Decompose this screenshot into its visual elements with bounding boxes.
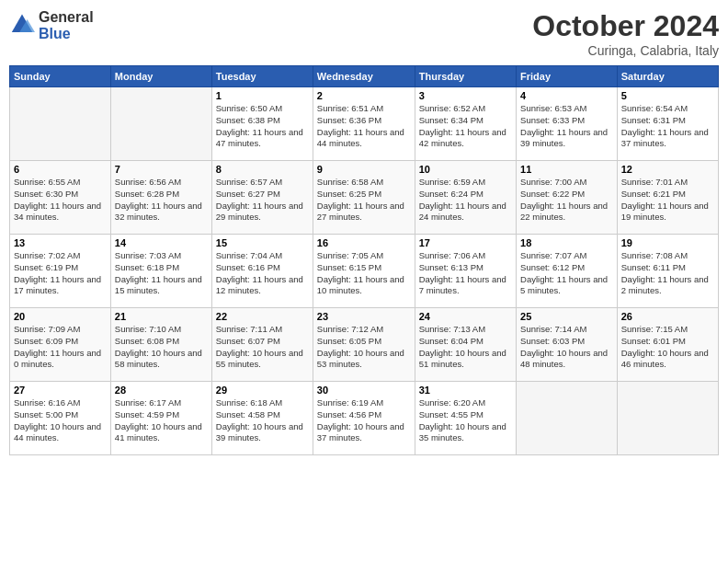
day-number: 18 — [520, 237, 613, 248]
calendar-cell: 8Sunrise: 6:57 AM Sunset: 6:27 PM Daylig… — [211, 161, 313, 235]
calendar-cell: 2Sunrise: 6:51 AM Sunset: 6:36 PM Daylig… — [313, 87, 415, 161]
calendar-cell: 11Sunrise: 7:00 AM Sunset: 6:22 PM Dayli… — [517, 161, 618, 235]
day-number: 13 — [14, 237, 107, 248]
logo-icon — [9, 13, 35, 39]
day-number: 22 — [216, 311, 309, 322]
day-detail: Sunrise: 7:02 AM Sunset: 6:19 PM Dayligh… — [14, 250, 107, 297]
day-detail: Sunrise: 6:57 AM Sunset: 6:27 PM Dayligh… — [216, 177, 309, 224]
day-number: 9 — [317, 164, 411, 175]
calendar-cell — [517, 382, 618, 455]
day-number: 24 — [419, 311, 512, 322]
calendar-cell: 14Sunrise: 7:03 AM Sunset: 6:18 PM Dayli… — [110, 235, 211, 308]
day-detail: Sunrise: 6:59 AM Sunset: 6:24 PM Dayligh… — [419, 177, 512, 224]
day-number: 2 — [317, 90, 411, 101]
calendar-cell: 29Sunrise: 6:18 AM Sunset: 4:58 PM Dayli… — [211, 382, 313, 455]
calendar-cell: 23Sunrise: 7:12 AM Sunset: 6:05 PM Dayli… — [313, 308, 415, 382]
calendar-week-row: 13Sunrise: 7:02 AM Sunset: 6:19 PM Dayli… — [10, 235, 719, 308]
calendar-cell — [617, 382, 718, 455]
weekday-header: Monday — [110, 66, 211, 87]
calendar-cell: 10Sunrise: 6:59 AM Sunset: 6:24 PM Dayli… — [415, 161, 516, 235]
logo-general: General — [39, 9, 94, 26]
calendar-cell: 28Sunrise: 6:17 AM Sunset: 4:59 PM Dayli… — [110, 382, 211, 455]
day-number: 15 — [216, 237, 309, 248]
day-number: 11 — [520, 164, 613, 175]
day-number: 16 — [317, 237, 411, 248]
day-detail: Sunrise: 7:00 AM Sunset: 6:22 PM Dayligh… — [520, 177, 613, 224]
day-number: 28 — [115, 385, 208, 396]
calendar-cell: 30Sunrise: 6:19 AM Sunset: 4:56 PM Dayli… — [313, 382, 415, 455]
day-number: 1 — [216, 90, 309, 101]
day-number: 17 — [419, 237, 512, 248]
calendar-cell: 31Sunrise: 6:20 AM Sunset: 4:55 PM Dayli… — [415, 382, 516, 455]
day-detail: Sunrise: 7:09 AM Sunset: 6:09 PM Dayligh… — [14, 324, 107, 371]
title-block: October 2024 Curinga, Calabria, Italy — [532, 9, 719, 58]
calendar-cell: 6Sunrise: 6:55 AM Sunset: 6:30 PM Daylig… — [10, 161, 111, 235]
day-number: 29 — [216, 385, 309, 396]
day-detail: Sunrise: 6:52 AM Sunset: 6:34 PM Dayligh… — [419, 103, 512, 150]
calendar-week-row: 20Sunrise: 7:09 AM Sunset: 6:09 PM Dayli… — [10, 308, 719, 382]
day-detail: Sunrise: 7:13 AM Sunset: 6:04 PM Dayligh… — [419, 324, 512, 371]
day-number: 6 — [14, 164, 107, 175]
day-number: 31 — [419, 385, 512, 396]
calendar-cell: 26Sunrise: 7:15 AM Sunset: 6:01 PM Dayli… — [617, 308, 718, 382]
logo-text: General Blue — [39, 9, 94, 41]
day-detail: Sunrise: 6:17 AM Sunset: 4:59 PM Dayligh… — [115, 397, 208, 444]
calendar-cell: 27Sunrise: 6:16 AM Sunset: 5:00 PM Dayli… — [10, 382, 111, 455]
day-detail: Sunrise: 7:10 AM Sunset: 6:08 PM Dayligh… — [115, 324, 208, 371]
day-number: 5 — [621, 90, 714, 101]
calendar-week-row: 27Sunrise: 6:16 AM Sunset: 5:00 PM Dayli… — [10, 382, 719, 455]
weekday-header: Thursday — [415, 66, 516, 87]
calendar-cell — [10, 87, 111, 161]
day-detail: Sunrise: 6:51 AM Sunset: 6:36 PM Dayligh… — [317, 103, 411, 150]
day-number: 3 — [419, 90, 512, 101]
logo: General Blue — [9, 9, 94, 41]
day-number: 30 — [317, 385, 411, 396]
day-number: 25 — [520, 311, 613, 322]
calendar-cell — [110, 87, 211, 161]
day-number: 23 — [317, 311, 411, 322]
day-detail: Sunrise: 7:08 AM Sunset: 6:11 PM Dayligh… — [621, 250, 714, 297]
calendar-cell: 5Sunrise: 6:54 AM Sunset: 6:31 PM Daylig… — [617, 87, 718, 161]
day-detail: Sunrise: 7:05 AM Sunset: 6:15 PM Dayligh… — [317, 250, 411, 297]
calendar-cell: 15Sunrise: 7:04 AM Sunset: 6:16 PM Dayli… — [211, 235, 313, 308]
calendar-cell: 9Sunrise: 6:58 AM Sunset: 6:25 PM Daylig… — [313, 161, 415, 235]
calendar-table: SundayMondayTuesdayWednesdayThursdayFrid… — [9, 65, 719, 455]
day-detail: Sunrise: 6:18 AM Sunset: 4:58 PM Dayligh… — [216, 397, 309, 444]
day-number: 7 — [115, 164, 208, 175]
day-detail: Sunrise: 7:03 AM Sunset: 6:18 PM Dayligh… — [115, 250, 208, 297]
page-title: October 2024 — [532, 9, 719, 43]
day-detail: Sunrise: 7:12 AM Sunset: 6:05 PM Dayligh… — [317, 324, 411, 371]
day-detail: Sunrise: 6:58 AM Sunset: 6:25 PM Dayligh… — [317, 177, 411, 224]
calendar-cell: 16Sunrise: 7:05 AM Sunset: 6:15 PM Dayli… — [313, 235, 415, 308]
day-number: 12 — [621, 164, 714, 175]
day-detail: Sunrise: 6:53 AM Sunset: 6:33 PM Dayligh… — [520, 103, 613, 150]
weekday-header: Friday — [517, 66, 618, 87]
day-number: 8 — [216, 164, 309, 175]
day-detail: Sunrise: 7:04 AM Sunset: 6:16 PM Dayligh… — [216, 250, 309, 297]
day-detail: Sunrise: 6:56 AM Sunset: 6:28 PM Dayligh… — [115, 177, 208, 224]
calendar-cell: 13Sunrise: 7:02 AM Sunset: 6:19 PM Dayli… — [10, 235, 111, 308]
calendar-week-row: 1Sunrise: 6:50 AM Sunset: 6:38 PM Daylig… — [10, 87, 719, 161]
calendar-cell: 4Sunrise: 6:53 AM Sunset: 6:33 PM Daylig… — [517, 87, 618, 161]
day-number: 27 — [14, 385, 107, 396]
calendar-cell: 22Sunrise: 7:11 AM Sunset: 6:07 PM Dayli… — [211, 308, 313, 382]
calendar-cell: 24Sunrise: 7:13 AM Sunset: 6:04 PM Dayli… — [415, 308, 516, 382]
calendar-cell: 19Sunrise: 7:08 AM Sunset: 6:11 PM Dayli… — [617, 235, 718, 308]
calendar-cell: 3Sunrise: 6:52 AM Sunset: 6:34 PM Daylig… — [415, 87, 516, 161]
calendar-cell: 21Sunrise: 7:10 AM Sunset: 6:08 PM Dayli… — [110, 308, 211, 382]
weekday-header: Sunday — [10, 66, 111, 87]
day-detail: Sunrise: 6:50 AM Sunset: 6:38 PM Dayligh… — [216, 103, 309, 150]
day-detail: Sunrise: 6:19 AM Sunset: 4:56 PM Dayligh… — [317, 397, 411, 444]
weekday-header: Saturday — [617, 66, 718, 87]
day-number: 21 — [115, 311, 208, 322]
logo-blue: Blue — [39, 26, 94, 42]
day-detail: Sunrise: 6:20 AM Sunset: 4:55 PM Dayligh… — [419, 397, 512, 444]
page-header: General Blue October 2024 Curinga, Calab… — [9, 9, 719, 58]
calendar-cell: 25Sunrise: 7:14 AM Sunset: 6:03 PM Dayli… — [517, 308, 618, 382]
day-number: 4 — [520, 90, 613, 101]
day-detail: Sunrise: 7:14 AM Sunset: 6:03 PM Dayligh… — [520, 324, 613, 371]
calendar-cell: 18Sunrise: 7:07 AM Sunset: 6:12 PM Dayli… — [517, 235, 618, 308]
day-number: 19 — [621, 237, 714, 248]
calendar-cell: 20Sunrise: 7:09 AM Sunset: 6:09 PM Dayli… — [10, 308, 111, 382]
day-detail: Sunrise: 6:55 AM Sunset: 6:30 PM Dayligh… — [14, 177, 107, 224]
